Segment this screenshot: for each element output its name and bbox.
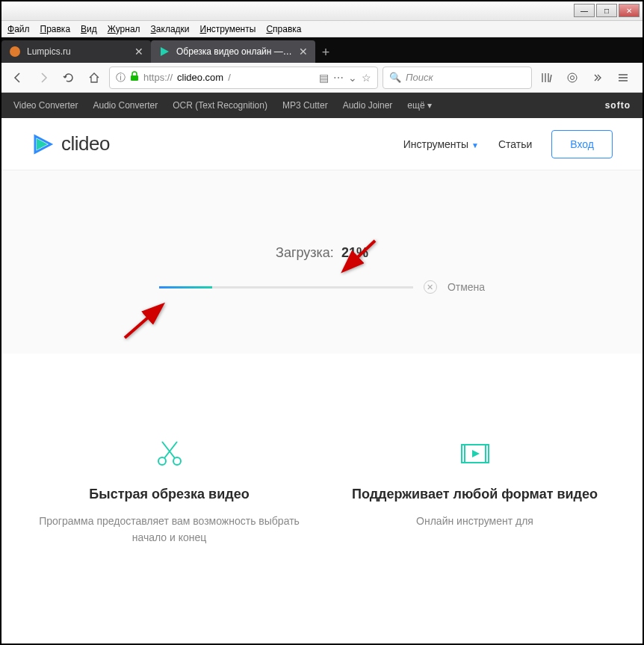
menu-edit[interactable]: Правка xyxy=(40,24,71,34)
menubar: Файл Правка Вид Журнал Закладки Инструме… xyxy=(1,21,643,37)
menu-view[interactable]: Вид xyxy=(81,24,97,34)
overflow-icon[interactable] xyxy=(587,67,608,88)
nav-audio-joiner[interactable]: Audio Joiner xyxy=(343,100,393,111)
site-logo[interactable]: clideo xyxy=(31,132,110,155)
library-icon[interactable] xyxy=(536,67,557,88)
svg-rect-11 xyxy=(486,445,489,463)
menu-help[interactable]: Справка xyxy=(266,24,301,34)
site-info-icon[interactable]: ⓘ xyxy=(116,71,126,84)
menu-bookmarks[interactable]: Закладки xyxy=(151,24,190,34)
reload-button[interactable] xyxy=(58,67,79,88)
features-section: Быстрая обрезка видео Программа предоста… xyxy=(1,354,643,546)
bookmark-star-icon[interactable]: ☆ xyxy=(362,72,371,84)
svg-point-3 xyxy=(568,73,577,82)
scissors-icon xyxy=(31,436,307,472)
feature-desc: Онлайн инструмент для xyxy=(337,513,613,529)
logo-text: clideo xyxy=(61,132,110,155)
nav-ocr[interactable]: OCR (Text Recognition) xyxy=(173,100,267,111)
menu-history[interactable]: Журнал xyxy=(108,24,140,34)
feature-title: Поддерживает любой формат видео xyxy=(337,487,613,502)
nav-audio-converter[interactable]: Audio Converter xyxy=(93,100,158,111)
cancel-x-icon[interactable]: ✕ xyxy=(424,280,437,294)
svg-point-0 xyxy=(10,46,20,57)
feature-formats: Поддерживает любой формат видео Онлайн и… xyxy=(337,436,613,546)
favicon-clideo xyxy=(158,46,170,58)
nav-articles[interactable]: Статьи xyxy=(498,138,532,150)
tab-close-button[interactable]: ✕ xyxy=(129,46,143,58)
extension-icon[interactable] xyxy=(562,67,583,88)
nav-tools[interactable]: Инструменты▼ xyxy=(403,138,479,150)
back-button[interactable] xyxy=(7,67,28,88)
window-close-button[interactable]: ✕ xyxy=(619,4,640,17)
svg-point-4 xyxy=(571,75,575,79)
new-tab-button[interactable]: + xyxy=(315,42,336,63)
hamburger-menu-icon[interactable] xyxy=(613,67,634,88)
page-actions-icon[interactable]: ⋯ xyxy=(333,72,344,84)
login-button[interactable]: Вход xyxy=(551,130,613,158)
svg-rect-2 xyxy=(131,75,138,81)
url-domain: clideo.com xyxy=(177,72,223,83)
lock-icon xyxy=(130,71,139,84)
browser-toolbar: ⓘ https://clideo.com/ ▤ ⋯ ⌄ ☆ 🔍 Поиск xyxy=(1,63,643,93)
feature-title: Быстрая обрезка видео xyxy=(31,487,307,502)
favicon-lumpics xyxy=(9,46,21,58)
upload-percent: 21% xyxy=(341,245,368,260)
tab-close-button[interactable]: ✕ xyxy=(293,46,308,58)
cancel-button[interactable]: Отмена xyxy=(448,281,485,293)
window-minimize-button[interactable]: — xyxy=(574,4,595,17)
progress-fill xyxy=(159,286,212,288)
video-format-icon xyxy=(337,436,613,472)
menu-file[interactable]: Файл xyxy=(7,24,30,34)
save-pocket-icon[interactable]: ⌄ xyxy=(348,72,357,84)
menu-tools[interactable]: Инструменты xyxy=(200,24,256,34)
tab-clideo[interactable]: Обрезка видео онлайн — Обр ✕ xyxy=(151,40,315,63)
tab-label: Lumpics.ru xyxy=(27,46,71,57)
window-titlebar: — □ ✕ xyxy=(1,1,643,21)
service-nav: Video Converter Audio Converter OCR (Tex… xyxy=(1,93,643,118)
url-bar[interactable]: ⓘ https://clideo.com/ ▤ ⋯ ⌄ ☆ xyxy=(109,67,378,89)
svg-point-7 xyxy=(158,457,166,465)
search-box[interactable]: 🔍 Поиск xyxy=(383,67,532,89)
upload-zone: Загрузка: 21% ✕ Отмена xyxy=(1,170,643,354)
url-protocol: https:// xyxy=(143,72,173,83)
clideo-logo-icon xyxy=(31,133,54,155)
softo-brand: softo xyxy=(605,100,631,111)
url-path: / xyxy=(228,72,231,83)
home-button[interactable] xyxy=(84,67,105,88)
tabstrip: Lumpics.ru ✕ Обрезка видео онлайн — Обр … xyxy=(1,37,643,63)
feature-crop: Быстрая обрезка видео Программа предоста… xyxy=(31,436,307,546)
svg-marker-1 xyxy=(161,47,169,56)
progress-bar xyxy=(159,286,413,288)
window-maximize-button[interactable]: □ xyxy=(596,4,617,17)
forward-button[interactable] xyxy=(33,67,54,88)
svg-point-8 xyxy=(173,457,181,465)
feature-desc: Программа предоставляет вам возможность … xyxy=(31,513,307,546)
tab-lumpics[interactable]: Lumpics.ru ✕ xyxy=(1,40,151,63)
nav-mp3-cutter[interactable]: MP3 Cutter xyxy=(282,100,328,111)
svg-rect-10 xyxy=(462,445,465,463)
chevron-down-icon: ▼ xyxy=(471,141,479,149)
search-placeholder: Поиск xyxy=(406,72,433,83)
loading-label: Загрузка: 21% xyxy=(31,245,613,261)
reader-mode-icon[interactable]: ▤ xyxy=(319,72,329,84)
tab-label: Обрезка видео онлайн — Обр xyxy=(176,46,293,57)
site-header: clideo Инструменты▼ Статьи Вход xyxy=(1,118,643,170)
nav-video-converter[interactable]: Video Converter xyxy=(13,100,78,111)
search-icon: 🔍 xyxy=(389,72,401,83)
svg-marker-12 xyxy=(472,450,480,457)
nav-more[interactable]: ещё ▾ xyxy=(407,100,432,111)
